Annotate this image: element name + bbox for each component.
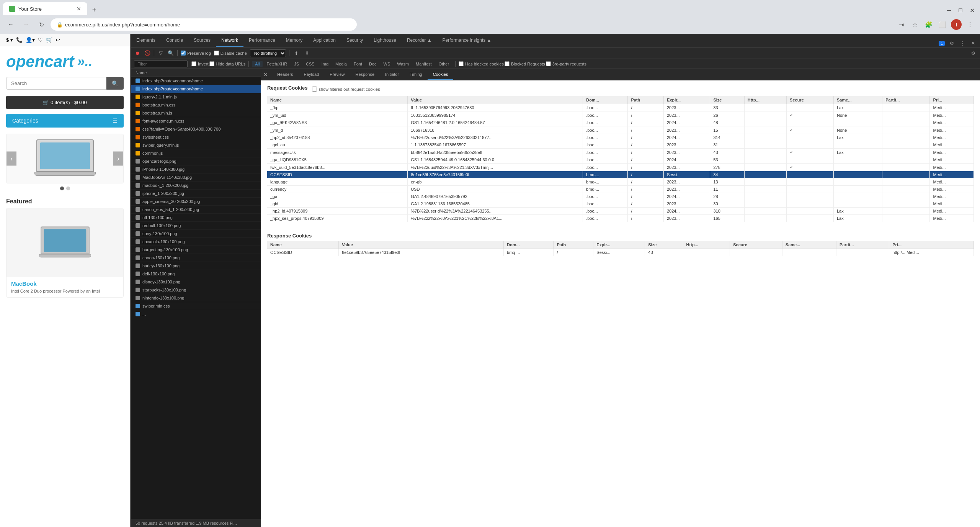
network-row[interactable]: burgerking-130x100.png — [131, 246, 261, 254]
filter-wasm[interactable]: Wasm — [394, 61, 412, 67]
network-row[interactable]: iPhone6-1140x380.jpg — [131, 165, 261, 173]
network-row[interactable]: cocacola-130x100.png — [131, 238, 261, 246]
network-row[interactable]: common.js — [131, 149, 261, 157]
tab-performance-insights[interactable]: Performance insights ▲ — [437, 34, 497, 47]
preserve-log-label[interactable]: Preserve log — [181, 51, 211, 56]
table-row[interactable]: _ym_uid 1633351238399985174 .boo... / 20… — [267, 111, 974, 119]
network-row[interactable]: redbull-130x100.png — [131, 222, 261, 230]
tab-elements[interactable]: Elements — [131, 34, 161, 47]
tab-memory[interactable]: Memory — [281, 34, 308, 47]
filter-icon[interactable]: ▽ — [157, 50, 164, 57]
bookmark-icon[interactable]: ☆ — [910, 19, 920, 30]
profile-avatar[interactable]: I — [951, 19, 962, 30]
network-row[interactable]: index.php?route=common/home — [131, 85, 261, 93]
network-row[interactable]: bootstrap.min.js — [131, 109, 261, 117]
filter-media[interactable]: Media — [332, 61, 350, 67]
table-row[interactable]: _ga_HQD9881CX5 GS1.1.1684825944.49.0.168… — [267, 156, 974, 164]
network-row[interactable]: MacBookAir-1140x380.jpg — [131, 173, 261, 182]
tab-initiator[interactable]: Initiator — [380, 69, 404, 80]
third-party-label[interactable]: 3rd-party requests — [546, 61, 586, 66]
settings-extra-icon[interactable]: ⚙ — [969, 49, 977, 57]
network-row[interactable]: nintendo-130x100.png — [131, 294, 261, 302]
forward-button[interactable]: → — [20, 18, 32, 31]
has-blocked-cookies-checkbox[interactable] — [459, 61, 464, 66]
table-row[interactable]: OCSESSID 8e1ce59b3765ee5e74315f9e0f bmq-… — [267, 249, 974, 256]
filter-manifest[interactable]: Manifest — [413, 61, 435, 67]
filter-all[interactable]: All — [252, 61, 263, 67]
carousel-dot-2[interactable] — [66, 187, 70, 190]
invert-checkbox[interactable] — [191, 61, 196, 66]
carousel-dot-1[interactable] — [60, 187, 64, 190]
wishlist-icon[interactable]: ♡ — [38, 37, 43, 43]
record-button[interactable]: ⏺ — [134, 50, 141, 57]
active-tab[interactable]: Your Store ✕ — [3, 2, 87, 15]
reload-button[interactable]: ↻ — [35, 18, 47, 31]
cart-icon[interactable]: 🛒 — [46, 37, 52, 43]
minimize-button[interactable]: ─ — [944, 5, 954, 15]
search-input[interactable] — [6, 77, 106, 90]
export-button[interactable]: ⬇ — [303, 49, 311, 57]
network-row[interactable]: harley-130x100.png — [131, 262, 261, 270]
tab-response[interactable]: Response — [350, 69, 380, 80]
table-row[interactable]: _gid GA1.2.198831186.1685520485 .boo... … — [267, 200, 974, 208]
filter-css[interactable]: CSS — [303, 61, 318, 67]
tab-network[interactable]: Network — [216, 34, 243, 47]
tab-application[interactable]: Application — [308, 34, 341, 47]
tab-console[interactable]: Console — [161, 34, 188, 47]
tab-preview[interactable]: Preview — [324, 69, 350, 80]
close-window-button[interactable]: ✕ — [967, 5, 977, 15]
table-row[interactable]: _gcl_au 1.1.1387383540.1678865597 .boo..… — [267, 141, 974, 149]
network-row[interactable]: swiper.jquery.min.js — [131, 141, 261, 149]
network-row[interactable]: ... — [131, 310, 261, 318]
tab-headers[interactable]: Headers — [272, 69, 299, 80]
network-row[interactable]: jquery-2.1.1.min.js — [131, 93, 261, 101]
detail-close-button[interactable]: ✕ — [261, 70, 270, 79]
table-row[interactable]: language en-gb bmq-... / 2023... 13 — [267, 178, 974, 186]
account-icon[interactable]: 👤▾ — [26, 37, 35, 43]
tab-security[interactable]: Security — [341, 34, 368, 47]
network-row[interactable]: starbucks-130x100.png — [131, 286, 261, 294]
carousel-prev-button[interactable]: ‹ — [7, 152, 16, 166]
network-row[interactable]: canon-130x100.png — [131, 254, 261, 262]
tab-lighthouse[interactable]: Lighthouse — [368, 34, 402, 47]
maximize-button[interactable]: □ — [956, 5, 965, 15]
blocked-requests-checkbox[interactable] — [505, 61, 510, 66]
network-row[interactable]: bootstrap.min.css — [131, 101, 261, 109]
network-row[interactable]: font-awesome.min.css — [131, 117, 261, 125]
show-filtered-label[interactable]: show filtered out request cookies — [312, 87, 380, 92]
network-row[interactable]: swiper.min.css — [131, 302, 261, 310]
categories-button[interactable]: Categories ☰ — [6, 114, 124, 128]
phone-icon[interactable]: 📞 — [16, 37, 23, 43]
product-name[interactable]: MacBook — [7, 277, 123, 288]
filter-img[interactable]: Img — [318, 61, 332, 67]
product-card[interactable]: MacBook Intel Core 2 Duo processor Power… — [6, 208, 124, 298]
network-row[interactable]: stylesheet.css — [131, 133, 261, 141]
filter-input[interactable] — [134, 61, 188, 67]
table-row[interactable]: _fbp fb.1.1653905794993.2062947680 .boo.… — [267, 104, 974, 111]
table-row-highlighted[interactable]: OCSESSID 8e1ce59b3765ee5e74315f9e0f bmq-… — [267, 171, 974, 178]
table-row[interactable]: _ga GA1.2.48469079.1653905792 .boo... / … — [267, 193, 974, 200]
tab-sources[interactable]: Sources — [188, 34, 216, 47]
preserve-log-checkbox[interactable] — [181, 51, 186, 56]
network-row[interactable]: apple_cinema_30-200x200.jpg — [131, 198, 261, 206]
address-input[interactable]: 🔒 ecommerce.pflb.us/index.php?route=comm… — [51, 18, 357, 31]
third-party-checkbox[interactable] — [546, 61, 551, 66]
disable-cache-label[interactable]: Disable cache — [214, 51, 247, 56]
filter-doc[interactable]: Doc — [366, 61, 380, 67]
table-row[interactable]: _ga_9EK42W8NS3 GS1.1.1654246481.2.0.1654… — [267, 119, 974, 126]
network-row[interactable]: disney-130x100.png — [131, 278, 261, 286]
table-row[interactable]: _ym_d 1669716318 .boo... / 2023... 15 ✓ — [267, 126, 974, 134]
throttle-select[interactable]: No throttling — [250, 49, 286, 57]
extensions-icon[interactable]: 🧩 — [923, 19, 934, 30]
devtools-close-icon[interactable]: ✕ — [969, 39, 977, 47]
network-row[interactable]: index.php?route=common/home — [131, 77, 261, 85]
tab-performance[interactable]: Performance — [243, 34, 281, 47]
search-icon[interactable]: 🔍 — [167, 50, 174, 57]
network-row[interactable]: macbook_1-200x200.jpg — [131, 182, 261, 190]
filter-js[interactable]: JS — [291, 61, 302, 67]
table-row[interactable]: _hp2_id.3542376188 %7B%22userId%22%3A%22… — [267, 134, 974, 141]
network-row[interactable]: dell-130x100.png — [131, 270, 261, 278]
back-button[interactable]: ← — [5, 18, 17, 31]
tab-timing[interactable]: Timing — [404, 69, 428, 80]
hide-data-urls-label[interactable]: Hide data URLs — [209, 61, 246, 66]
